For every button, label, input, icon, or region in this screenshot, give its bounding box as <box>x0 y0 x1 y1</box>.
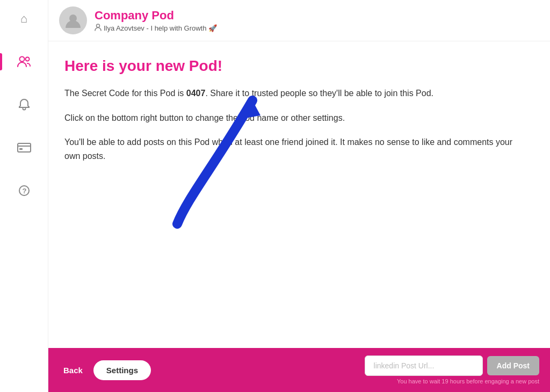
paragraph-2: Click on the bottom right button to chan… <box>64 111 526 125</box>
sidebar-item-notifications[interactable] <box>11 91 38 118</box>
sidebar-notifications-wrapper <box>0 91 48 118</box>
svg-point-1 <box>25 57 29 61</box>
main-content: Company Pod Ilya Azovtsev - I help with … <box>48 0 550 392</box>
settings-button[interactable]: Settings <box>93 360 151 380</box>
linkedin-url-input[interactable] <box>365 355 483 376</box>
svg-text:?: ? <box>22 187 26 195</box>
subtitle-text: Ilya Azovtsev - I help with Growth 🚀 <box>104 24 217 32</box>
sidebar-item-members[interactable] <box>11 48 38 75</box>
page-heading: Here is your new Pod! <box>64 57 534 75</box>
avatar <box>59 6 87 34</box>
para1-prefix: The Secret Code for this Pod is <box>64 89 186 98</box>
paragraph-1: The Secret Code for this Pod is 0407. Sh… <box>64 86 526 100</box>
body-content: Here is your new Pod! The Secret Code fo… <box>48 41 550 348</box>
svg-rect-2 <box>18 143 31 152</box>
sidebar-members-wrapper <box>0 48 48 75</box>
secret-code: 0407 <box>186 89 206 98</box>
sidebar-item-help[interactable]: ? <box>11 177 38 204</box>
footer-bar: Back Settings Add Post You have to wait … <box>48 348 550 392</box>
header-info: Company Pod Ilya Azovtsev - I help with … <box>95 9 217 33</box>
footer-right: Add Post You have to wait 19 hours befor… <box>365 355 539 384</box>
sidebar-billing-wrapper <box>0 134 48 161</box>
sidebar-help-wrapper: ? <box>0 177 48 204</box>
user-icon <box>95 24 102 33</box>
header: Company Pod Ilya Azovtsev - I help with … <box>48 0 550 41</box>
pod-title: Company Pod <box>95 9 217 23</box>
svg-rect-4 <box>19 148 23 150</box>
back-button[interactable]: Back <box>59 364 87 377</box>
sidebar: ⌂ <box>0 0 48 392</box>
footer-input-row: Add Post <box>365 355 539 376</box>
svg-point-8 <box>97 24 100 27</box>
wait-message: You have to wait 19 hours before engagin… <box>397 378 539 384</box>
paragraph-3: You'll be able to add posts on this Pod … <box>64 135 526 163</box>
sidebar-item-billing[interactable] <box>11 134 38 161</box>
para1-suffix: . Share it to trusted people so they'll … <box>205 89 433 98</box>
add-post-button[interactable]: Add Post <box>487 356 539 375</box>
sidebar-item-home[interactable]: ⌂ <box>11 5 38 32</box>
sidebar-home-wrapper: ⌂ <box>0 5 48 32</box>
header-subtitle: Ilya Azovtsev - I help with Growth 🚀 <box>95 24 217 33</box>
svg-point-0 <box>19 57 24 62</box>
